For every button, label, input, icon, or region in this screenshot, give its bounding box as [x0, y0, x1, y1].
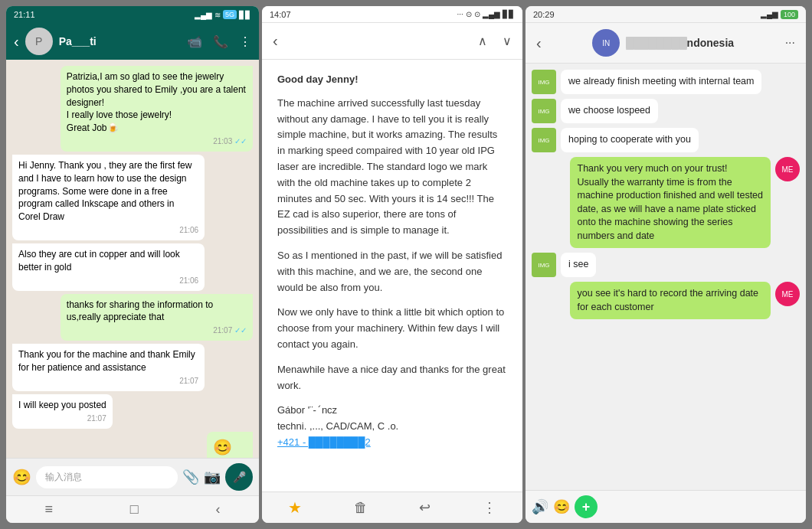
camera-icon[interactable]: 📷 — [204, 469, 221, 485]
message-text: 😊 — [213, 436, 247, 458]
next-email-icon[interactable]: ∨ — [503, 34, 512, 48]
menu-nav-icon[interactable]: ≡ — [44, 501, 53, 518]
sig-company: .o. — [388, 420, 398, 432]
message-row-received-4: IMG i see — [532, 253, 800, 277]
email-paragraph-1: The machine arrived successfully last tu… — [277, 96, 507, 239]
emoji-icon-3[interactable]: 😊 — [553, 498, 570, 515]
message-text: we choose lospeed — [568, 105, 650, 116]
sender-avatar: ME — [775, 157, 800, 181]
alarm-icon: ⊙ — [466, 10, 472, 18]
contact-name-1: Pa___ti — [59, 35, 181, 47]
message-received-3-2: we choose lospeed — [561, 99, 658, 123]
message-received-4: I will keep you posted 21:07 — [12, 394, 113, 429]
prev-email-icon[interactable]: ∧ — [478, 34, 487, 48]
network-badge: 5G — [223, 10, 237, 19]
menu-icon-3[interactable]: ··· — [785, 36, 795, 50]
message-received-1: Hi Jenny. Thank you , they are the first… — [12, 155, 205, 240]
message-text: i see — [568, 259, 588, 269]
voice-call-icon[interactable]: 📞 — [213, 34, 228, 49]
message-text: thanks for sharing the information to us… — [67, 299, 247, 325]
email-header: ‹ ∧ ∨ — [262, 23, 522, 60]
mic-icon: 🎤 — [233, 471, 246, 483]
message-row-sent-2: you see it's hard to record the arriving… — [532, 282, 800, 319]
sig-role: techni. ,..., CAD/CAM, C — [277, 420, 385, 432]
contact-thumb-4: IMG — [532, 253, 556, 277]
message-row-received-2: IMG we choose lospeed — [532, 99, 800, 123]
message-text: hoping to cooperate with you — [568, 134, 691, 145]
time-3: 20:29 — [533, 10, 555, 19]
message-row-sent-1: Thank you very much on your trust!Usuall… — [532, 157, 800, 248]
contact-name-3: ████████ndonesia — [626, 37, 734, 49]
message-time: 21:03 ✓✓ — [67, 136, 247, 147]
chat-messages-3: IMG we already finish meeting with inter… — [526, 64, 806, 490]
contact-avatar-3: IN — [592, 29, 620, 57]
message-sent-3-1: Thank you very much on your trust!Usuall… — [570, 157, 771, 248]
star-icon[interactable]: ★ — [288, 498, 302, 517]
time-2: 14:07 — [270, 10, 291, 19]
message-text: you see it's hard to record the arriving… — [578, 288, 759, 312]
contact-thumb-3: IMG — [532, 128, 556, 152]
signal-3-icon: ▂▄▆ — [761, 10, 778, 18]
message-received-3: Thank you for the machine and thank Emil… — [12, 344, 205, 391]
message-sent-3: 😊 21:07 ✓✓ — [207, 432, 253, 458]
contact-thumb-1: IMG — [532, 70, 556, 94]
whatsapp-chat-panel-1: 21:11 ▂▄▆ ≋ 5G ▊▊ ‹ P Pa___ti 📹 📞 ⋮ — [6, 6, 259, 523]
chat-header-3: ‹ IN ████████ndonesia ··· — [526, 23, 806, 64]
whatsapp-chat-panel-3: 20:29 ▂▄▆ 100 ‹ IN ████████ndonesia ··· … — [526, 6, 806, 523]
message-input-1[interactable]: 输入消息 — [36, 466, 178, 488]
delete-icon[interactable]: 🗑 — [354, 500, 368, 516]
contact-info-3: IN ████████ndonesia — [542, 29, 785, 57]
more-icon[interactable]: ⋮ — [483, 499, 496, 516]
back-icon-3[interactable]: ‹ — [536, 34, 542, 52]
video-call-icon[interactable]: 📹 — [187, 34, 202, 49]
status-icons-3: ▂▄▆ 100 — [761, 10, 798, 19]
back-icon-2[interactable]: ‹ — [273, 32, 278, 50]
email-paragraph-4: Menawhile have a nice day and thanks for… — [277, 362, 507, 394]
email-panel: 14:07 ··· ⊙ ⊙ ▂▄▆ ▊▊ ‹ ∧ ∨ Good day Jenn… — [262, 6, 522, 523]
email-greeting: Good day Jenny! — [277, 72, 507, 88]
speaker-icon[interactable]: 🔊 — [532, 498, 548, 515]
back-nav-icon[interactable]: ‹ — [216, 501, 221, 518]
message-text: Patrizia,I am so glad to see the jewelry… — [67, 70, 247, 135]
message-received-3-3: hoping to cooperate with you — [561, 128, 699, 152]
message-time: 21:07 — [18, 413, 106, 424]
emoji-picker-icon[interactable]: 😊 — [12, 468, 31, 486]
signal-2-icon: ▂▄▆ — [483, 10, 500, 18]
chat-input-bar-1: 😊 输入消息 📎 📷 🎤 — [6, 458, 259, 495]
mic-button[interactable]: 🎤 — [225, 463, 253, 491]
dots-icon: ··· — [457, 10, 463, 18]
message-row-received-1: IMG we already finish meeting with inter… — [532, 70, 800, 94]
message-text: Hi Jenny. Thank you , they are the first… — [18, 159, 198, 224]
status-icons-2: ··· ⊙ ⊙ ▂▄▆ ▊▊ — [457, 10, 515, 18]
reply-icon[interactable]: ↩ — [419, 499, 431, 516]
email-footer-bar: ★ 🗑 ↩ ⋮ — [262, 491, 522, 523]
message-text: Thank you very much on your trust!Usuall… — [578, 163, 764, 241]
email-body: Good day Jenny! The machine arrived succ… — [262, 60, 522, 491]
wifi-icon: ≋ — [214, 11, 221, 19]
email-signature: Gábor '¨-ˊncz techni. ,..., CAD/CAM, C .… — [277, 403, 507, 450]
menu-icon-1[interactable]: ⋮ — [239, 34, 251, 49]
time-1: 21:11 — [14, 10, 35, 19]
message-sent-2: thanks for sharing the information to us… — [61, 294, 253, 341]
message-text: I will keep you posted — [18, 399, 106, 412]
status-bar-2: 14:07 ··· ⊙ ⊙ ▂▄▆ ▊▊ — [262, 6, 522, 23]
status-bar-3: 20:29 ▂▄▆ 100 — [526, 6, 806, 23]
home-nav-icon[interactable]: □ — [130, 501, 139, 518]
battery-3-badge: 100 — [781, 10, 798, 19]
attach-icon[interactable]: 📎 — [182, 469, 199, 485]
back-icon-1[interactable]: ‹ — [14, 33, 19, 51]
message-sent-1: Patrizia,I am so glad to see the jewelry… — [61, 66, 253, 152]
clock-icon: ⊙ — [474, 10, 480, 18]
name-blurred: ████████ — [626, 37, 686, 49]
bottom-nav-1: ≡ □ ‹ — [6, 495, 259, 523]
add-button-3[interactable]: + — [575, 495, 598, 518]
sig-phone: +421 - ████████2 — [277, 436, 371, 448]
email-paragraph-3: Now we only have to think a little bit w… — [277, 305, 507, 352]
message-time: 21:06 — [18, 276, 198, 286]
battery-2-icon: ▊▊ — [503, 10, 515, 18]
signal-icon: ▂▄▆ — [195, 11, 212, 19]
status-bar-1: 21:11 ▂▄▆ ≋ 5G ▊▊ — [6, 6, 259, 23]
message-time: 21:07 ✓✓ — [67, 325, 247, 336]
message-time: 21:06 — [18, 225, 198, 236]
message-received-3-1: we already finish meeting with internal … — [561, 70, 761, 94]
